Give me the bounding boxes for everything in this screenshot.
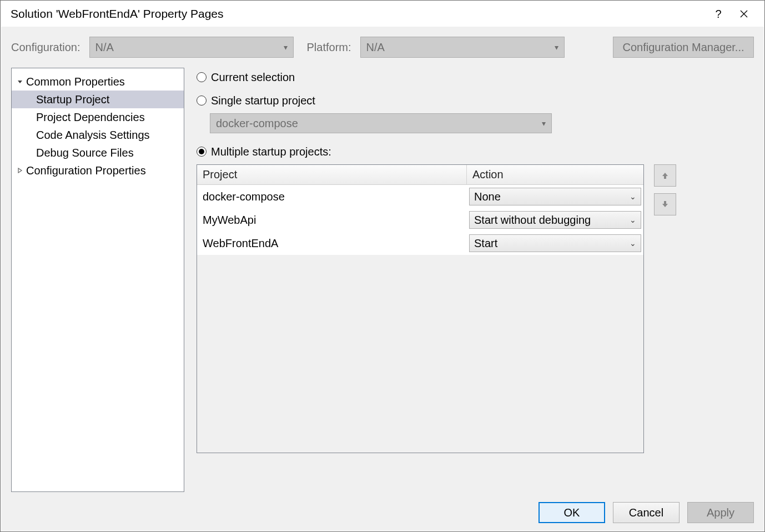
single-startup-combo: docker-compose ▾ [210,113,552,133]
radio-icon [197,72,207,82]
dialog-body: Configuration: N/A ▾ Platform: N/A ▾ Con… [1,27,764,531]
configuration-label: Configuration: [11,41,80,54]
platform-value: N/A [366,41,385,54]
tree-item-project-dependencies[interactable]: Project Dependencies [12,108,184,126]
tree-node-configuration-properties[interactable]: Configuration Properties [12,162,184,179]
tree-item-code-analysis-settings[interactable]: Code Analysis Settings [12,126,184,144]
close-icon [740,10,748,18]
tree-item-debug-source-files[interactable]: Debug Source Files [12,144,184,162]
table-row[interactable]: WebFrontEndA Start⌄ [197,232,643,255]
action-combo[interactable]: Start⌄ [469,234,641,252]
radio-multiple-startup[interactable]: Multiple startup projects: [197,142,754,161]
table-row[interactable]: MyWebApi Start without debugging⌄ [197,208,643,232]
configuration-manager-button: Configuration Manager... [613,37,754,58]
grid-header: Project Action [197,165,643,185]
apply-button: Apply [687,502,754,523]
radio-icon [197,96,207,106]
action-combo[interactable]: Start without debugging⌄ [469,211,641,229]
main-row: Common Properties Startup Project Projec… [11,68,754,492]
property-tree[interactable]: Common Properties Startup Project Projec… [11,68,184,492]
close-button[interactable] [731,5,757,23]
collapse-icon [16,79,24,84]
radio-current-selection[interactable]: Current selection [197,68,754,87]
col-action[interactable]: Action [467,165,643,184]
ok-button[interactable]: OK [538,502,605,523]
help-button[interactable]: ? [706,5,731,23]
platform-label: Platform: [307,41,351,54]
configuration-value: N/A [95,41,114,54]
table-row[interactable]: docker-compose None⌄ [197,185,643,208]
cancel-button[interactable]: Cancel [613,502,680,523]
chevron-down-icon: ▾ [555,43,558,52]
chevron-down-icon: ⌄ [630,239,636,248]
startup-projects-grid[interactable]: Project Action docker-compose None⌄ MyWe… [197,164,644,453]
right-pane: Current selection Single startup project… [197,68,754,492]
chevron-down-icon: ⌄ [630,215,636,224]
grid-rows: docker-compose None⌄ MyWebApi Start with… [197,185,643,255]
arrow-down-icon [661,200,670,209]
chevron-down-icon: ⌄ [630,192,636,201]
radio-single-startup[interactable]: Single startup project [197,91,754,110]
action-combo[interactable]: None⌄ [469,188,641,205]
grid-wrap: Project Action docker-compose None⌄ MyWe… [197,164,754,492]
platform-combo: N/A ▾ [360,37,565,58]
tree-node-common-properties[interactable]: Common Properties [12,73,184,91]
arrow-up-icon [661,171,670,180]
expand-icon [16,168,24,173]
window-title: Solution 'WebFrontEndA' Property Pages [11,7,706,21]
radio-icon [197,147,207,157]
reorder-buttons [654,164,676,492]
dialog-footer: OK Cancel Apply [11,502,754,523]
move-up-button[interactable] [654,164,676,187]
col-project[interactable]: Project [197,165,467,184]
chevron-down-icon: ▾ [542,119,546,128]
configuration-combo: N/A ▾ [89,37,294,58]
config-row: Configuration: N/A ▾ Platform: N/A ▾ Con… [11,37,754,58]
tree-item-startup-project[interactable]: Startup Project [12,91,184,108]
chevron-down-icon: ▾ [284,43,288,52]
title-bar: Solution 'WebFrontEndA' Property Pages ? [1,1,764,27]
move-down-button[interactable] [654,193,676,215]
